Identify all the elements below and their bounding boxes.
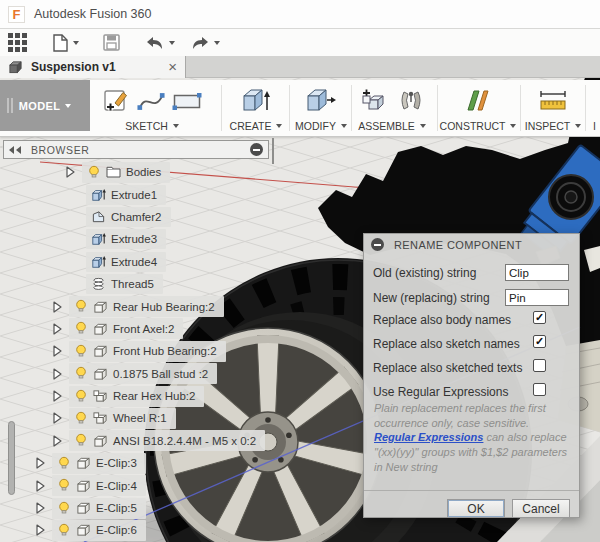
- dialog-divider: [364, 490, 579, 491]
- visibility-bulb-icon[interactable]: [74, 344, 88, 359]
- checkbox-row-sketched-texts: Replace also sketched texts: [373, 361, 570, 375]
- measure-icon[interactable]: [538, 89, 568, 113]
- close-icon[interactable]: ×: [168, 60, 177, 74]
- tree-item-component[interactable]: Front Hub Bearing:2: [0, 340, 360, 362]
- tree-item-feature[interactable]: Extrude3: [0, 228, 360, 250]
- tree-item-label: Chamfer2: [111, 211, 162, 223]
- save-icon: [103, 34, 120, 51]
- joint-icon[interactable]: [398, 88, 424, 114]
- tree-item-component[interactable]: E-Clip:4: [0, 474, 360, 496]
- ribbon-group-dropdown[interactable]: ASSEMBLE: [354, 120, 430, 132]
- body-names-checkbox[interactable]: ✓: [533, 311, 546, 324]
- folder-icon: [106, 165, 121, 179]
- expand-arrow-icon[interactable]: [53, 412, 62, 424]
- expand-arrow-icon[interactable]: [66, 166, 75, 178]
- ribbon-group-dropdown[interactable]: CREATE: [228, 120, 284, 132]
- ribbon-group-dropdown[interactable]: CONSTRUCT: [442, 120, 514, 132]
- tree-item-component[interactable]: Wheel R:1: [0, 407, 360, 429]
- collapse-dialog-icon[interactable]: [371, 238, 384, 251]
- tree-item-component[interactable]: E-Clip:3: [0, 452, 360, 474]
- tree-item-feature[interactable]: Extrude1: [0, 183, 360, 205]
- regular-expressions-link[interactable]: Regular Expressions: [374, 431, 483, 443]
- tree-item-component[interactable]: Rear Hub Bearing:2: [0, 295, 360, 317]
- tree-item-bodies[interactable]: Bodies: [0, 161, 360, 183]
- expand-arrow-icon[interactable]: [53, 323, 62, 335]
- tree-item-component[interactable]: E-Clip:5: [0, 497, 360, 519]
- ribbon-group-dropdown[interactable]: SKETCH: [96, 120, 208, 132]
- spline-tool-icon[interactable]: [137, 91, 165, 112]
- visibility-bulb-icon[interactable]: [74, 411, 88, 426]
- visibility-bulb-icon[interactable]: [57, 456, 71, 471]
- ribbon-group-dropdown[interactable]: INSPECT: [524, 120, 582, 132]
- redo-button[interactable]: [191, 36, 220, 50]
- component-icon: [93, 322, 108, 336]
- checkbox-label: Replace also sketch names: [373, 337, 520, 351]
- ribbon-group-dropdown[interactable]: MODIFY: [294, 120, 348, 132]
- save-button[interactable]: [103, 34, 120, 51]
- collapse-panel-icon[interactable]: [9, 146, 23, 154]
- visibility-bulb-icon[interactable]: [74, 366, 88, 381]
- browser-scrollbar[interactable]: [8, 421, 15, 495]
- tree-item-label: E-Clip:4: [96, 480, 137, 492]
- rectangle-tool-icon[interactable]: [172, 92, 202, 111]
- expand-arrow-icon[interactable]: [53, 345, 62, 357]
- component-icon: [93, 367, 108, 381]
- tree-item-component[interactable]: E-Clip:6: [0, 519, 360, 541]
- workspace-switcher[interactable]: MODEL: [0, 80, 90, 131]
- tree-item-component[interactable]: Front Axel:2: [0, 318, 360, 340]
- new-string-input[interactable]: [505, 289, 569, 306]
- extrude-feature-icon: [91, 232, 106, 246]
- ribbon-group-dropdown[interactable]: I: [589, 120, 600, 132]
- sketched-texts-checkbox[interactable]: [533, 359, 546, 372]
- expand-arrow-icon[interactable]: [36, 480, 45, 492]
- tree-item-feature[interactable]: Extrude4: [0, 251, 360, 273]
- visibility-bulb-icon[interactable]: [74, 321, 88, 336]
- document-cube-icon: [8, 60, 23, 74]
- extrude-create-icon[interactable]: [240, 87, 272, 115]
- visibility-bulb-icon[interactable]: [57, 523, 71, 538]
- tree-item-component[interactable]: 0.1875 Ball stud :2: [0, 363, 360, 385]
- expand-arrow-icon[interactable]: [53, 390, 62, 402]
- visibility-bulb-icon[interactable]: [57, 478, 71, 493]
- old-string-row: Old (existing) string: [373, 266, 570, 280]
- dialog-title-bar[interactable]: RENAME COMPONENT: [364, 234, 579, 255]
- expand-arrow-icon[interactable]: [36, 502, 45, 514]
- file-menu-button[interactable]: [53, 34, 79, 52]
- expand-arrow-icon[interactable]: [53, 301, 62, 313]
- panel-resize-handle[interactable]: [272, 138, 274, 164]
- visibility-bulb-icon[interactable]: [74, 299, 88, 314]
- expand-arrow-icon[interactable]: [53, 435, 62, 447]
- regex-checkbox[interactable]: [533, 383, 546, 396]
- old-string-input[interactable]: [505, 264, 569, 281]
- undo-button[interactable]: [146, 36, 175, 50]
- tree-item-component[interactable]: ANSI B18.2.4.4M - M5 x 0:2: [0, 430, 360, 452]
- expand-arrow-icon[interactable]: [36, 457, 45, 469]
- press-pull-icon[interactable]: [305, 88, 337, 114]
- tree-item-component[interactable]: Rear Hex Hub:2: [0, 385, 360, 407]
- tree-item-label: Bodies: [126, 166, 161, 178]
- ok-button[interactable]: OK: [447, 499, 505, 518]
- document-tab[interactable]: Suspension v1 ×: [0, 56, 186, 78]
- visibility-bulb-icon[interactable]: [87, 165, 101, 180]
- chevron-down-icon: [575, 124, 581, 128]
- minimize-panel-icon[interactable]: [250, 143, 263, 156]
- component-bodies-icon: [93, 389, 108, 403]
- visibility-bulb-icon[interactable]: [74, 389, 88, 404]
- construction-plane-icon[interactable]: [464, 88, 492, 114]
- browser-panel-header[interactable]: BROWSER: [3, 140, 269, 159]
- visibility-bulb-icon[interactable]: [74, 433, 88, 448]
- cancel-button[interactable]: Cancel: [512, 499, 570, 518]
- app-grid-button[interactable]: [8, 33, 27, 52]
- tree-item-label: E-Clip:3: [96, 457, 137, 469]
- drag-handle: [11, 98, 13, 113]
- tree-item-feature[interactable]: Thread5: [0, 273, 360, 295]
- expand-arrow-icon[interactable]: [36, 524, 45, 536]
- new-component-icon[interactable]: [361, 88, 391, 114]
- expand-arrow-icon[interactable]: [53, 368, 62, 380]
- tree-item-feature[interactable]: Chamfer2: [0, 206, 360, 228]
- checkbox-label: Replace also sketched texts: [373, 361, 522, 375]
- sketch-names-checkbox[interactable]: ✓: [533, 335, 546, 348]
- document-tab-label: Suspension v1: [31, 60, 168, 74]
- create-sketch-icon[interactable]: [103, 88, 130, 115]
- visibility-bulb-icon[interactable]: [57, 501, 71, 516]
